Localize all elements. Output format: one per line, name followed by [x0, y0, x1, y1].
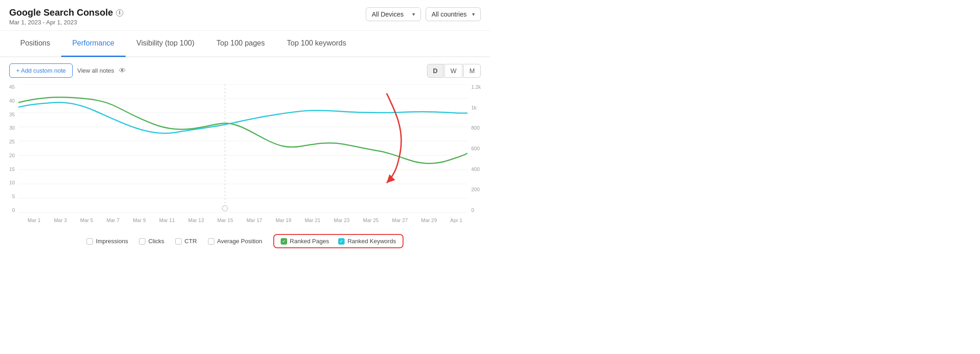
ctr-checkbox[interactable] [175, 238, 182, 245]
period-day-button[interactable]: D [427, 64, 444, 78]
tab-performance[interactable]: Performance [61, 31, 126, 57]
legend-clicks[interactable]: Clicks [139, 238, 164, 245]
countries-label: All countries [432, 11, 467, 18]
tab-top100pages[interactable]: Top 100 pages [206, 31, 276, 57]
highlighted-legend-group: ✓ Ranked Pages ✓ Ranked Keywords [273, 234, 404, 248]
view-notes-label: View all notes [77, 67, 114, 74]
date-range: Mar 1, 2023 - Apr 1, 2023 [9, 19, 123, 26]
countries-dropdown[interactable]: All countries ▾ [426, 7, 481, 21]
avg-position-label: Average Position [217, 238, 262, 245]
chart-container: 45 40 35 30 25 20 15 10 5 0 [0, 84, 490, 228]
legend-ctr[interactable]: CTR [175, 238, 197, 245]
clicks-label: Clicks [148, 238, 164, 245]
ranked-keywords-line [18, 103, 467, 133]
devices-arrow: ▾ [412, 11, 415, 17]
header: Google Search Console ℹ Mar 1, 2023 - Ap… [0, 0, 490, 31]
ranked-keywords-checkbox[interactable]: ✓ [338, 238, 345, 245]
app-title: Google Search Console ℹ [9, 7, 123, 18]
add-note-label: + Add custom note [16, 67, 66, 74]
legend-impressions[interactable]: Impressions [86, 238, 128, 245]
view-notes-button[interactable]: View all notes [77, 67, 114, 74]
tab-top100keywords[interactable]: Top 100 keywords [276, 31, 357, 57]
countries-arrow: ▾ [472, 11, 475, 17]
tab-positions[interactable]: Positions [9, 31, 61, 57]
info-icon[interactable]: ℹ [116, 9, 123, 17]
y-axis-right: 1.2k 1k 800 600 400 200 0 [467, 84, 481, 213]
toolbar: + Add custom note View all notes 👁 D W M [0, 57, 490, 84]
period-selector: D W M [427, 64, 481, 78]
eye-icon[interactable]: 👁 [119, 67, 126, 75]
impressions-checkbox[interactable] [86, 238, 93, 245]
legend-ranked-pages[interactable]: ✓ Ranked Pages [281, 238, 329, 245]
x-axis: Mar 1 Mar 3 Mar 5 Mar 7 Mar 9 Mar 11 Mar… [9, 215, 481, 223]
tab-visibility[interactable]: Visibility (top 100) [126, 31, 206, 57]
chart-svg [18, 84, 467, 213]
legend: Impressions Clicks CTR Average Position … [0, 228, 490, 255]
tabs-bar: Positions Performance Visibility (top 10… [0, 31, 490, 57]
chart-wrapper [18, 84, 467, 215]
add-note-button[interactable]: + Add custom note [9, 63, 73, 78]
legend-avg-position[interactable]: Average Position [208, 238, 262, 245]
ctr-label: CTR [184, 238, 197, 245]
chart-area: 45 40 35 30 25 20 15 10 5 0 [9, 84, 481, 215]
devices-dropdown[interactable]: All Devices ▾ [366, 7, 421, 21]
svg-point-11 [222, 206, 228, 211]
impressions-label: Impressions [96, 238, 128, 245]
period-month-button[interactable]: M [463, 64, 481, 78]
toolbar-left: + Add custom note View all notes 👁 [9, 63, 126, 78]
header-right: All Devices ▾ All countries ▾ [366, 7, 481, 21]
y-axis-left: 45 40 35 30 25 20 15 10 5 0 [9, 84, 18, 213]
header-left: Google Search Console ℹ Mar 1, 2023 - Ap… [9, 7, 123, 26]
ranked-keywords-label: Ranked Keywords [347, 238, 396, 245]
ranked-pages-label: Ranked Pages [290, 238, 329, 245]
clicks-checkbox[interactable] [139, 238, 145, 245]
period-week-button[interactable]: W [444, 64, 462, 78]
legend-ranked-keywords[interactable]: ✓ Ranked Keywords [338, 238, 396, 245]
devices-label: All Devices [372, 11, 404, 18]
avg-position-checkbox[interactable] [208, 238, 214, 245]
ranked-pages-checkbox[interactable]: ✓ [281, 238, 287, 245]
app-title-text: Google Search Console [9, 7, 113, 18]
